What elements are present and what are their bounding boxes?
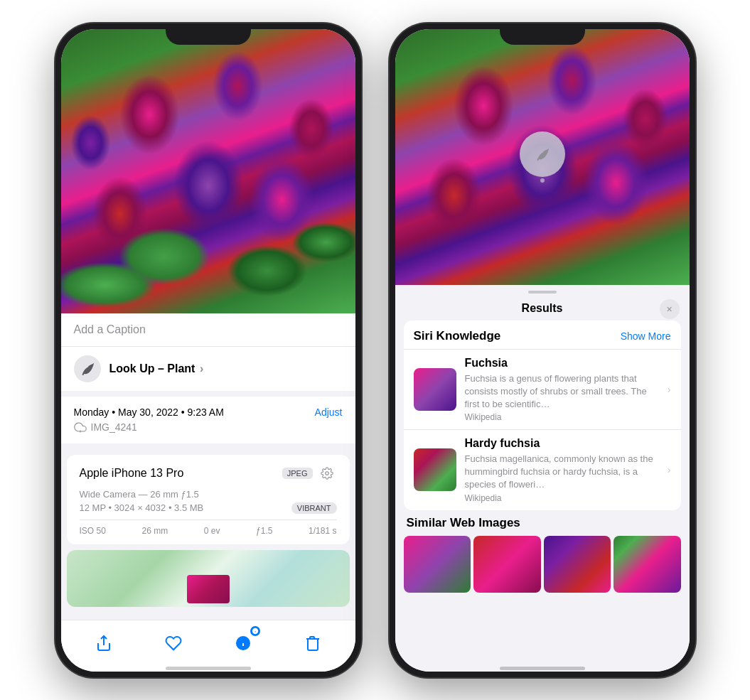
delete-button[interactable]: [299, 629, 327, 657]
caption-placeholder: Add a Caption: [74, 323, 146, 335]
phone-left: Add a Caption Look Up – Plant ›: [55, 23, 361, 677]
results-sheet: Results × Siri Knowledge Show More Fuchs…: [395, 285, 690, 672]
exif-ev: 0 ev: [204, 526, 220, 536]
notch-right: [500, 23, 585, 45]
close-button[interactable]: ×: [660, 299, 680, 319]
show-more-button[interactable]: Show More: [621, 330, 671, 342]
cloud-icon: [74, 421, 87, 434]
knowledge-text-1: Fuchsia Fuchsia is a genus of flowering …: [465, 357, 659, 423]
exif-iso: ISO 50: [80, 526, 106, 536]
knowledge-item-hardy[interactable]: Hardy fuchsia Fuchsia magellanica, commo…: [404, 429, 681, 510]
exif-aperture: ƒ1.5: [256, 526, 272, 536]
home-bar-left: [166, 667, 251, 670]
adjust-button[interactable]: Adjust: [315, 406, 343, 418]
exif-row: ISO 50 26 mm 0 ev ƒ1.5 1/181 s: [80, 519, 337, 536]
info-panel: Add a Caption Look Up – Plant ›: [61, 313, 355, 620]
camera-section: Apple iPhone 13 Pro JPEG Wide Camera — 2…: [67, 455, 350, 544]
date-row: Monday • May 30, 2022 • 9:23 AM Adjust: [74, 406, 343, 418]
vibrant-badge: VIBRANT: [291, 502, 337, 514]
camera-specs-row: 12 MP • 3024 × 4032 • 3.5 MB VIBRANT: [80, 502, 337, 514]
svg-point-1: [325, 471, 328, 475]
leaf-icon-siri: [535, 146, 550, 162]
jpeg-badge: JPEG: [282, 468, 313, 479]
home-bar-right: [500, 667, 585, 670]
notch-left: [166, 23, 251, 45]
photo-area-left: [61, 29, 355, 313]
divider-1: [61, 391, 355, 397]
exif-mm: 26 mm: [141, 526, 168, 536]
map-area[interactable]: [67, 550, 350, 607]
results-photo: [395, 29, 690, 285]
sheet-title: Results: [522, 302, 563, 315]
hardy-source: Wikipedia: [465, 493, 659, 503]
lookup-icon: [74, 355, 101, 382]
fuchsia-thumb-2: [414, 448, 456, 491]
web-images-title: Similar Web Images: [404, 516, 681, 530]
knowledge-item-fuchsia[interactable]: Fuchsia Fuchsia is a genus of flowering …: [404, 349, 681, 430]
metadata-section: Monday • May 30, 2022 • 9:23 AM Adjust I…: [61, 397, 355, 443]
filename-text: IMG_4241: [91, 421, 137, 433]
specs-text: 12 MP • 3024 × 4032 • 3.5 MB: [80, 502, 204, 513]
gear-icon[interactable]: [317, 463, 337, 483]
fuchsia-name: Fuchsia: [465, 357, 659, 370]
bottom-toolbar: [61, 620, 355, 672]
web-images-grid: [404, 536, 681, 593]
divider-2: [61, 443, 355, 449]
screen-right: Results × Siri Knowledge Show More Fuchs…: [395, 29, 690, 672]
section-title: Siri Knowledge: [414, 329, 501, 343]
bubble-dot: [540, 178, 545, 183]
siri-bubble: [520, 131, 565, 177]
knowledge-text-2: Hardy fuchsia Fuchsia magellanica, commo…: [465, 437, 659, 503]
screen-left: Add a Caption Look Up – Plant ›: [61, 29, 355, 672]
web-image-1[interactable]: [404, 536, 471, 593]
fuchsia-thumb-1: [414, 368, 456, 411]
flower-photo-left: [61, 29, 355, 313]
hardy-desc: Fuchsia magellanica, commonly known as t…: [465, 453, 659, 492]
camera-header: Apple iPhone 13 Pro JPEG: [80, 463, 337, 483]
sheet-header: Results ×: [395, 294, 690, 321]
web-image-3[interactable]: [544, 536, 611, 593]
info-badge: [250, 626, 260, 636]
phone-right: Results × Siri Knowledge Show More Fuchs…: [390, 23, 695, 677]
chevron-icon-1: ›: [668, 384, 671, 395]
fuchsia-source: Wikipedia: [465, 412, 659, 422]
lookup-label: Look Up – Plant ›: [109, 362, 204, 375]
siri-knowledge-section: Siri Knowledge Show More Fuchsia Fuchsia…: [404, 321, 681, 510]
camera-badges: JPEG: [282, 463, 337, 483]
web-image-2[interactable]: [473, 536, 541, 593]
caption-area[interactable]: Add a Caption: [61, 313, 355, 347]
chevron-icon-2: ›: [668, 464, 671, 475]
hardy-name: Hardy fuchsia: [465, 437, 659, 450]
date-text: Monday • May 30, 2022 • 9:23 AM: [74, 406, 224, 418]
fuchsia-desc: Fuchsia is a genus of flowering plants t…: [465, 372, 659, 411]
camera-details: Wide Camera — 26 mm ƒ1.5: [80, 489, 337, 500]
favorite-button[interactable]: [159, 629, 188, 657]
share-button[interactable]: [90, 629, 118, 657]
web-image-4[interactable]: [614, 536, 681, 593]
lookup-row[interactable]: Look Up – Plant ›: [61, 347, 355, 391]
filename-row: IMG_4241: [74, 421, 343, 434]
section-header: Siri Knowledge Show More: [404, 321, 681, 349]
web-images-section: Similar Web Images: [404, 516, 681, 593]
camera-name: Apple iPhone 13 Pro: [80, 467, 184, 480]
info-button[interactable]: [229, 629, 257, 657]
leaf-icon: [80, 361, 95, 377]
exif-shutter: 1/181 s: [309, 526, 336, 536]
